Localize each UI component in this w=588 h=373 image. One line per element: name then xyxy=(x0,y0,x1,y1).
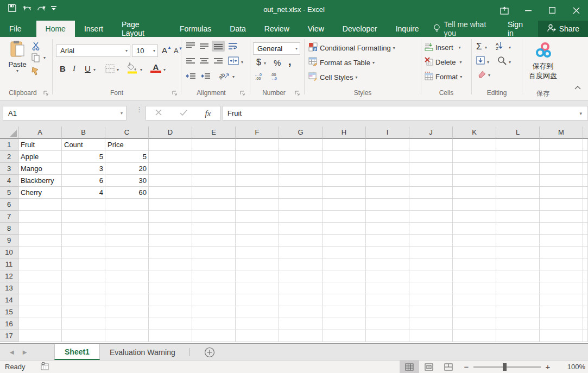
cell-partial-12[interactable] xyxy=(583,270,588,282)
cell-I7[interactable] xyxy=(366,211,409,223)
row-header-11[interactable]: 11 xyxy=(0,258,18,270)
cell-L3[interactable] xyxy=(496,163,540,175)
cell-C2[interactable]: 5 xyxy=(105,151,149,163)
number-dialog-launcher-icon[interactable] xyxy=(295,90,300,98)
cell-K13[interactable] xyxy=(453,282,496,294)
cell-M4[interactable] xyxy=(540,175,583,187)
tab-page-layout[interactable]: Page Layout xyxy=(112,21,170,37)
cell-C9[interactable] xyxy=(105,235,149,246)
cell-E9[interactable] xyxy=(192,235,236,246)
tab-home[interactable]: Home xyxy=(36,21,75,37)
column-header-H[interactable]: H xyxy=(323,127,366,139)
cell-F10[interactable] xyxy=(236,246,279,258)
cell-M16[interactable] xyxy=(540,318,583,330)
cell-C8[interactable] xyxy=(105,223,149,235)
ribbon-display-options-icon[interactable] xyxy=(492,0,516,21)
cell-H10[interactable] xyxy=(323,246,366,258)
cell-A11[interactable] xyxy=(18,258,62,270)
cell-E14[interactable] xyxy=(192,294,236,306)
borders-dropdown-icon[interactable]: ▾ xyxy=(117,67,119,72)
merge-center-icon[interactable] xyxy=(228,56,239,65)
cell-H16[interactable] xyxy=(323,318,366,330)
sign-in-button[interactable]: Sign in xyxy=(501,21,536,37)
tab-file[interactable]: File xyxy=(0,21,31,37)
borders-icon[interactable] xyxy=(105,64,115,75)
number-format-combo[interactable]: General ▾ xyxy=(253,42,300,55)
cell-H1[interactable] xyxy=(323,139,366,151)
fill-down-dropdown-icon[interactable]: ▾ xyxy=(487,60,489,65)
cell-partial-1[interactable] xyxy=(583,139,588,151)
cell-E7[interactable] xyxy=(192,211,236,223)
cell-K11[interactable] xyxy=(453,258,496,270)
cell-F2[interactable] xyxy=(236,151,279,163)
cell-J7[interactable] xyxy=(409,211,453,223)
cell-H9[interactable] xyxy=(323,235,366,246)
formula-input[interactable]: Fruit ▾ xyxy=(223,106,588,121)
cell-B15[interactable] xyxy=(62,306,105,318)
cell-K16[interactable] xyxy=(453,318,496,330)
cell-A10[interactable] xyxy=(18,246,62,258)
cell-D4[interactable] xyxy=(149,175,192,187)
cell-partial-11[interactable] xyxy=(583,258,588,270)
name-box-dropdown-icon[interactable]: ▾ xyxy=(121,111,123,116)
enter-icon[interactable] xyxy=(180,109,187,117)
cell-A5[interactable]: Cherry xyxy=(18,187,62,199)
cell-M14[interactable] xyxy=(540,294,583,306)
cell-K14[interactable] xyxy=(453,294,496,306)
cell-J10[interactable] xyxy=(409,246,453,258)
cell-E13[interactable] xyxy=(192,282,236,294)
close-button[interactable] xyxy=(564,0,588,21)
page-break-view-icon[interactable] xyxy=(439,361,458,373)
cell-H7[interactable] xyxy=(323,211,366,223)
cell-D6[interactable] xyxy=(149,199,192,211)
name-box[interactable]: A1 ▾ xyxy=(3,106,127,121)
cell-H6[interactable] xyxy=(323,199,366,211)
row-header-15[interactable]: 15 xyxy=(0,306,18,318)
cell-D8[interactable] xyxy=(149,223,192,235)
cell-partial-6[interactable] xyxy=(583,199,588,211)
align-bottom-icon[interactable] xyxy=(212,41,225,52)
cell-K12[interactable] xyxy=(453,270,496,282)
cell-K2[interactable] xyxy=(453,151,496,163)
copy-icon[interactable] xyxy=(31,53,40,64)
row-header-6[interactable]: 6 xyxy=(0,199,18,211)
cell-L5[interactable] xyxy=(496,187,540,199)
cell-M9[interactable] xyxy=(540,235,583,246)
cell-L10[interactable] xyxy=(496,246,540,258)
tab-formulas[interactable]: Formulas xyxy=(170,21,220,37)
format-cells-button[interactable]: Format ▾ xyxy=(425,72,462,82)
cell-E12[interactable] xyxy=(192,270,236,282)
cell-F17[interactable] xyxy=(236,330,279,342)
cell-J4[interactable] xyxy=(409,175,453,187)
cell-E17[interactable] xyxy=(192,330,236,342)
cell-partial-15[interactable] xyxy=(583,306,588,318)
cell-G2[interactable] xyxy=(279,151,323,163)
cell-partial-14[interactable] xyxy=(583,294,588,306)
zoom-level[interactable]: 100% xyxy=(561,363,585,371)
cell-D10[interactable] xyxy=(149,246,192,258)
clear-icon[interactable] xyxy=(476,71,486,80)
sort-filter-icon[interactable]: AZ xyxy=(496,41,503,52)
cell-E1[interactable] xyxy=(192,139,236,151)
cell-G15[interactable] xyxy=(279,306,323,318)
cell-E4[interactable] xyxy=(192,175,236,187)
cell-D11[interactable] xyxy=(149,258,192,270)
cell-M5[interactable] xyxy=(540,187,583,199)
cell-G17[interactable] xyxy=(279,330,323,342)
cell-L16[interactable] xyxy=(496,318,540,330)
cell-G7[interactable] xyxy=(279,211,323,223)
alignment-dialog-launcher-icon[interactable] xyxy=(240,90,245,98)
cell-I5[interactable] xyxy=(366,187,409,199)
row-header-17[interactable]: 17 xyxy=(0,330,18,342)
row-header-10[interactable]: 10 xyxy=(0,246,18,258)
cell-A16[interactable] xyxy=(18,318,62,330)
sheet-next-icon[interactable]: ▶ xyxy=(23,349,27,355)
column-header-partial[interactable] xyxy=(583,127,588,139)
cell-B9[interactable] xyxy=(62,235,105,246)
row-header-1[interactable]: 1 xyxy=(0,139,18,151)
cell-I12[interactable] xyxy=(366,270,409,282)
row-header-14[interactable]: 14 xyxy=(0,294,18,306)
cell-I3[interactable] xyxy=(366,163,409,175)
cell-I13[interactable] xyxy=(366,282,409,294)
row-header-5[interactable]: 5 xyxy=(0,187,18,199)
